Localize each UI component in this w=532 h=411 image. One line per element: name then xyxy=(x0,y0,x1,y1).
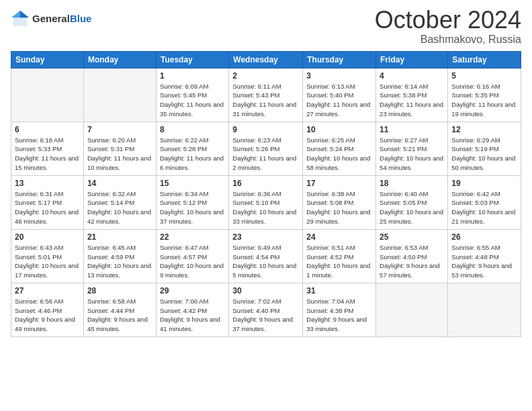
calendar-cell: 20Sunrise: 6:43 AMSunset: 5:01 PMDayligh… xyxy=(11,229,84,283)
sunrise-text: Sunrise: 6:58 AM xyxy=(87,297,152,306)
daylight-text: Daylight: 11 hours and 31 minutes. xyxy=(232,100,299,119)
day-info: Sunrise: 6:20 AMSunset: 5:31 PMDaylight:… xyxy=(87,136,152,173)
calendar-cell: 2Sunrise: 6:11 AMSunset: 5:43 PMDaylight… xyxy=(229,68,303,122)
day-info: Sunrise: 6:56 AMSunset: 4:46 PMDaylight:… xyxy=(15,297,80,334)
sunset-text: Sunset: 4:44 PM xyxy=(87,306,152,316)
sunrise-text: Sunrise: 6:14 AM xyxy=(380,82,444,91)
day-info: Sunrise: 7:04 AMSunset: 4:38 PMDaylight:… xyxy=(306,297,372,334)
sunrise-text: Sunrise: 6:42 AM xyxy=(451,189,517,199)
calendar-cell: 26Sunrise: 6:55 AMSunset: 4:48 PMDayligh… xyxy=(448,229,521,283)
day-number: 23 xyxy=(232,232,299,242)
calendar-cell: 8Sunrise: 6:22 AMSunset: 5:28 PMDaylight… xyxy=(156,122,228,175)
day-number: 29 xyxy=(160,286,225,295)
day-number: 19 xyxy=(451,179,517,188)
day-number: 9 xyxy=(232,125,299,134)
day-info: Sunrise: 6:23 AMSunset: 5:26 PMDaylight:… xyxy=(232,136,299,173)
daylight-text: Daylight: 10 hours and 46 minutes. xyxy=(15,208,80,226)
daylight-text: Daylight: 10 hours and 58 minutes. xyxy=(306,154,372,173)
daylight-text: Daylight: 11 hours and 35 minutes. xyxy=(160,100,225,119)
sunrise-text: Sunrise: 7:04 AM xyxy=(306,297,372,306)
sunrise-text: Sunrise: 6:13 AM xyxy=(306,82,372,91)
calendar-week-row-1: 1Sunrise: 6:09 AMSunset: 5:45 PMDaylight… xyxy=(11,68,521,122)
sunset-text: Sunset: 5:40 PM xyxy=(306,91,372,100)
sunrise-text: Sunrise: 6:49 AM xyxy=(232,243,299,253)
calendar-week-row-4: 20Sunrise: 6:43 AMSunset: 5:01 PMDayligh… xyxy=(11,229,521,283)
calendar-cell: 5Sunrise: 6:16 AMSunset: 5:35 PMDaylight… xyxy=(448,68,521,122)
sunset-text: Sunset: 5:38 PM xyxy=(380,91,444,100)
sunrise-text: Sunrise: 6:20 AM xyxy=(87,136,152,145)
day-info: Sunrise: 6:49 AMSunset: 4:54 PMDaylight:… xyxy=(232,243,299,280)
subtitle: Bashmakovo, Russia xyxy=(375,34,521,46)
day-number: 14 xyxy=(87,179,152,188)
day-info: Sunrise: 6:14 AMSunset: 5:38 PMDaylight:… xyxy=(380,82,444,119)
day-info: Sunrise: 6:58 AMSunset: 4:44 PMDaylight:… xyxy=(87,297,152,334)
sunset-text: Sunset: 5:17 PM xyxy=(15,198,80,208)
calendar-week-row-2: 6Sunrise: 6:18 AMSunset: 5:33 PMDaylight… xyxy=(11,122,521,175)
sunrise-text: Sunrise: 7:00 AM xyxy=(160,297,225,306)
sunrise-text: Sunrise: 6:55 AM xyxy=(451,243,517,253)
day-number: 10 xyxy=(306,125,372,134)
day-number: 22 xyxy=(160,232,225,242)
daylight-text: Daylight: 10 hours and 1 minute. xyxy=(306,261,372,280)
daylight-text: Daylight: 11 hours and 6 minutes. xyxy=(160,154,225,173)
day-number: 25 xyxy=(380,232,444,242)
sunset-text: Sunset: 5:10 PM xyxy=(232,198,299,208)
sunset-text: Sunset: 5:43 PM xyxy=(232,91,299,100)
day-info: Sunrise: 6:51 AMSunset: 4:52 PMDaylight:… xyxy=(306,243,372,280)
day-info: Sunrise: 6:43 AMSunset: 5:01 PMDaylight:… xyxy=(15,243,80,280)
day-info: Sunrise: 6:40 AMSunset: 5:05 PMDaylight:… xyxy=(380,189,444,226)
day-number: 26 xyxy=(451,232,517,242)
daylight-text: Daylight: 9 hours and 49 minutes. xyxy=(15,315,80,334)
calendar-table: Sunday Monday Tuesday Wednesday Thursday… xyxy=(11,51,521,337)
daylight-text: Daylight: 9 hours and 45 minutes. xyxy=(87,315,152,334)
sunset-text: Sunset: 4:59 PM xyxy=(87,253,152,262)
day-info: Sunrise: 6:36 AMSunset: 5:10 PMDaylight:… xyxy=(232,189,299,226)
calendar-cell: 31Sunrise: 7:04 AMSunset: 4:38 PMDayligh… xyxy=(303,283,376,336)
day-info: Sunrise: 6:47 AMSunset: 4:57 PMDaylight:… xyxy=(160,243,225,280)
sunset-text: Sunset: 5:33 PM xyxy=(15,144,80,154)
sunrise-text: Sunrise: 6:31 AM xyxy=(15,189,80,199)
calendar-cell: 19Sunrise: 6:42 AMSunset: 5:03 PMDayligh… xyxy=(448,175,521,229)
sunrise-text: Sunrise: 6:27 AM xyxy=(380,136,444,145)
sunset-text: Sunset: 5:35 PM xyxy=(451,91,517,100)
day-number: 21 xyxy=(87,232,152,242)
daylight-text: Daylight: 10 hours and 21 minutes. xyxy=(451,208,517,226)
sunset-text: Sunset: 4:40 PM xyxy=(232,306,299,316)
calendar-cell: 29Sunrise: 7:00 AMSunset: 4:42 PMDayligh… xyxy=(156,283,228,336)
svg-marker-1 xyxy=(20,11,28,18)
day-info: Sunrise: 6:25 AMSunset: 5:24 PMDaylight:… xyxy=(306,136,372,173)
col-thursday: Thursday xyxy=(303,51,376,68)
calendar-cell xyxy=(448,283,521,336)
day-info: Sunrise: 6:38 AMSunset: 5:08 PMDaylight:… xyxy=(306,189,372,226)
day-info: Sunrise: 6:45 AMSunset: 4:59 PMDaylight:… xyxy=(87,243,152,280)
day-info: Sunrise: 6:09 AMSunset: 5:45 PMDaylight:… xyxy=(160,82,225,119)
sunset-text: Sunset: 4:57 PM xyxy=(160,253,225,262)
page: GeneralBlue October 2024 Bashmakovo, Rus… xyxy=(0,0,532,411)
sunset-text: Sunset: 5:45 PM xyxy=(160,91,225,100)
calendar-cell: 14Sunrise: 6:32 AMSunset: 5:14 PMDayligh… xyxy=(83,175,156,229)
sunset-text: Sunset: 4:46 PM xyxy=(15,306,80,316)
daylight-text: Daylight: 10 hours and 5 minutes. xyxy=(232,261,299,280)
day-number: 13 xyxy=(15,179,80,188)
day-number: 11 xyxy=(380,125,444,134)
title-block: October 2024 Bashmakovo, Russia xyxy=(375,7,521,46)
daylight-text: Daylight: 10 hours and 13 minutes. xyxy=(87,261,152,280)
col-saturday: Saturday xyxy=(448,51,521,68)
day-info: Sunrise: 6:13 AMSunset: 5:40 PMDaylight:… xyxy=(306,82,372,119)
day-number: 24 xyxy=(306,232,372,242)
header: GeneralBlue October 2024 Bashmakovo, Rus… xyxy=(11,7,521,46)
col-monday: Monday xyxy=(83,51,156,68)
calendar-cell: 10Sunrise: 6:25 AMSunset: 5:24 PMDayligh… xyxy=(303,122,376,175)
sunrise-text: Sunrise: 6:09 AM xyxy=(160,82,225,91)
day-number: 18 xyxy=(380,179,444,188)
calendar-cell: 15Sunrise: 6:34 AMSunset: 5:12 PMDayligh… xyxy=(156,175,228,229)
day-number: 12 xyxy=(451,125,517,134)
calendar-cell: 6Sunrise: 6:18 AMSunset: 5:33 PMDaylight… xyxy=(11,122,84,175)
calendar-cell: 23Sunrise: 6:49 AMSunset: 4:54 PMDayligh… xyxy=(229,229,303,283)
sunrise-text: Sunrise: 6:25 AM xyxy=(306,136,372,145)
day-number: 28 xyxy=(87,286,152,295)
daylight-text: Daylight: 10 hours and 37 minutes. xyxy=(160,208,225,226)
day-number: 27 xyxy=(15,286,80,295)
daylight-text: Daylight: 9 hours and 57 minutes. xyxy=(380,261,444,280)
daylight-text: Daylight: 11 hours and 15 minutes. xyxy=(15,154,80,173)
